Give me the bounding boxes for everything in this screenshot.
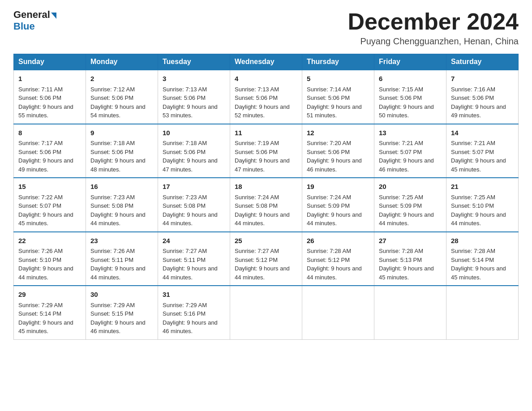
table-row: 16 Sunrise: 7:23 AMSunset: 5:08 PMDaylig… bbox=[86, 178, 158, 232]
table-row: 5 Sunrise: 7:14 AMSunset: 5:06 PMDayligh… bbox=[302, 70, 374, 124]
table-row: 22 Sunrise: 7:26 AMSunset: 5:10 PMDaylig… bbox=[14, 232, 86, 286]
table-row bbox=[302, 286, 374, 339]
day-number: 2 bbox=[90, 74, 153, 84]
day-number: 16 bbox=[90, 182, 153, 192]
table-row bbox=[230, 286, 302, 339]
title-block: December 2024 Puyang Chengguanzhen, Hena… bbox=[348, 9, 519, 47]
table-row: 26 Sunrise: 7:28 AMSunset: 5:12 PMDaylig… bbox=[302, 232, 374, 286]
day-info: Sunrise: 7:27 AMSunset: 5:12 PMDaylight:… bbox=[235, 248, 290, 281]
day-number: 14 bbox=[451, 128, 514, 138]
day-number: 20 bbox=[379, 182, 442, 192]
day-number: 29 bbox=[18, 290, 81, 300]
page-header: General Blue December 2024 Puyang Chengg… bbox=[13, 9, 519, 47]
table-row: 13 Sunrise: 7:21 AMSunset: 5:07 PMDaylig… bbox=[374, 124, 446, 178]
table-row: 3 Sunrise: 7:13 AMSunset: 5:06 PMDayligh… bbox=[158, 70, 230, 124]
month-title: December 2024 bbox=[348, 9, 519, 34]
day-number: 19 bbox=[307, 182, 369, 192]
table-row: 4 Sunrise: 7:13 AMSunset: 5:06 PMDayligh… bbox=[230, 70, 302, 124]
table-row: 23 Sunrise: 7:26 AMSunset: 5:11 PMDaylig… bbox=[86, 232, 158, 286]
day-info: Sunrise: 7:13 AMSunset: 5:06 PMDaylight:… bbox=[235, 86, 290, 119]
col-saturday: Saturday bbox=[446, 54, 519, 70]
calendar-table: Sunday Monday Tuesday Wednesday Thursday… bbox=[13, 54, 519, 340]
day-info: Sunrise: 7:11 AMSunset: 5:06 PMDaylight:… bbox=[18, 86, 73, 119]
header-row: Sunday Monday Tuesday Wednesday Thursday… bbox=[14, 54, 519, 70]
table-row: 9 Sunrise: 7:18 AMSunset: 5:06 PMDayligh… bbox=[86, 124, 158, 178]
week-row-3: 15 Sunrise: 7:22 AMSunset: 5:07 PMDaylig… bbox=[14, 178, 519, 232]
table-row: 29 Sunrise: 7:29 AMSunset: 5:14 PMDaylig… bbox=[14, 286, 86, 339]
day-info: Sunrise: 7:28 AMSunset: 5:13 PMDaylight:… bbox=[379, 248, 434, 281]
day-info: Sunrise: 7:21 AMSunset: 5:07 PMDaylight:… bbox=[379, 140, 434, 173]
day-info: Sunrise: 7:17 AMSunset: 5:06 PMDaylight:… bbox=[18, 140, 73, 173]
table-row: 24 Sunrise: 7:27 AMSunset: 5:11 PMDaylig… bbox=[158, 232, 230, 286]
day-number: 12 bbox=[307, 128, 369, 138]
table-row: 2 Sunrise: 7:12 AMSunset: 5:06 PMDayligh… bbox=[86, 70, 158, 124]
day-number: 4 bbox=[235, 74, 297, 84]
day-info: Sunrise: 7:19 AMSunset: 5:06 PMDaylight:… bbox=[235, 140, 290, 173]
day-info: Sunrise: 7:24 AMSunset: 5:08 PMDaylight:… bbox=[235, 194, 290, 227]
day-info: Sunrise: 7:20 AMSunset: 5:06 PMDaylight:… bbox=[307, 140, 362, 173]
day-number: 8 bbox=[18, 128, 81, 138]
table-row: 25 Sunrise: 7:27 AMSunset: 5:12 PMDaylig… bbox=[230, 232, 302, 286]
logo-general-text: General bbox=[13, 9, 50, 21]
week-row-1: 1 Sunrise: 7:11 AMSunset: 5:06 PMDayligh… bbox=[14, 70, 519, 124]
table-row bbox=[446, 286, 519, 339]
day-info: Sunrise: 7:29 AMSunset: 5:15 PMDaylight:… bbox=[90, 302, 146, 335]
logo: General Blue bbox=[13, 9, 56, 32]
day-info: Sunrise: 7:24 AMSunset: 5:09 PMDaylight:… bbox=[307, 194, 362, 227]
table-row: 19 Sunrise: 7:24 AMSunset: 5:09 PMDaylig… bbox=[302, 178, 374, 232]
day-info: Sunrise: 7:13 AMSunset: 5:06 PMDaylight:… bbox=[163, 86, 218, 119]
day-info: Sunrise: 7:28 AMSunset: 5:14 PMDaylight:… bbox=[451, 248, 506, 281]
table-row: 8 Sunrise: 7:17 AMSunset: 5:06 PMDayligh… bbox=[14, 124, 86, 178]
day-number: 9 bbox=[90, 128, 153, 138]
day-info: Sunrise: 7:29 AMSunset: 5:14 PMDaylight:… bbox=[18, 302, 73, 335]
table-row: 10 Sunrise: 7:18 AMSunset: 5:06 PMDaylig… bbox=[158, 124, 230, 178]
col-thursday: Thursday bbox=[302, 54, 374, 70]
table-row: 20 Sunrise: 7:25 AMSunset: 5:09 PMDaylig… bbox=[374, 178, 446, 232]
day-number: 31 bbox=[163, 290, 225, 300]
day-number: 23 bbox=[90, 236, 153, 246]
day-number: 5 bbox=[307, 74, 369, 84]
day-number: 7 bbox=[451, 74, 514, 84]
logo-blue-text: Blue bbox=[13, 21, 56, 32]
table-row: 15 Sunrise: 7:22 AMSunset: 5:07 PMDaylig… bbox=[14, 178, 86, 232]
day-number: 21 bbox=[451, 182, 514, 192]
table-row: 7 Sunrise: 7:16 AMSunset: 5:06 PMDayligh… bbox=[446, 70, 519, 124]
day-info: Sunrise: 7:26 AMSunset: 5:10 PMDaylight:… bbox=[18, 248, 73, 281]
day-info: Sunrise: 7:23 AMSunset: 5:08 PMDaylight:… bbox=[90, 194, 146, 227]
day-number: 11 bbox=[235, 128, 297, 138]
week-row-5: 29 Sunrise: 7:29 AMSunset: 5:14 PMDaylig… bbox=[14, 286, 519, 339]
day-number: 26 bbox=[307, 236, 369, 246]
table-row: 18 Sunrise: 7:24 AMSunset: 5:08 PMDaylig… bbox=[230, 178, 302, 232]
week-row-4: 22 Sunrise: 7:26 AMSunset: 5:10 PMDaylig… bbox=[14, 232, 519, 286]
day-info: Sunrise: 7:23 AMSunset: 5:08 PMDaylight:… bbox=[163, 194, 218, 227]
day-number: 13 bbox=[379, 128, 442, 138]
col-wednesday: Wednesday bbox=[230, 54, 302, 70]
col-tuesday: Tuesday bbox=[158, 54, 230, 70]
table-row: 31 Sunrise: 7:29 AMSunset: 5:16 PMDaylig… bbox=[158, 286, 230, 339]
day-number: 3 bbox=[163, 74, 225, 84]
day-info: Sunrise: 7:26 AMSunset: 5:11 PMDaylight:… bbox=[90, 248, 146, 281]
day-number: 22 bbox=[18, 236, 81, 246]
day-info: Sunrise: 7:25 AMSunset: 5:10 PMDaylight:… bbox=[451, 194, 506, 227]
day-number: 27 bbox=[379, 236, 442, 246]
logo-triangle-icon bbox=[51, 13, 56, 19]
table-row: 12 Sunrise: 7:20 AMSunset: 5:06 PMDaylig… bbox=[302, 124, 374, 178]
day-info: Sunrise: 7:18 AMSunset: 5:06 PMDaylight:… bbox=[163, 140, 218, 173]
day-info: Sunrise: 7:22 AMSunset: 5:07 PMDaylight:… bbox=[18, 194, 73, 227]
table-row: 11 Sunrise: 7:19 AMSunset: 5:06 PMDaylig… bbox=[230, 124, 302, 178]
table-row: 28 Sunrise: 7:28 AMSunset: 5:14 PMDaylig… bbox=[446, 232, 519, 286]
day-number: 6 bbox=[379, 74, 442, 84]
table-row: 17 Sunrise: 7:23 AMSunset: 5:08 PMDaylig… bbox=[158, 178, 230, 232]
day-info: Sunrise: 7:28 AMSunset: 5:12 PMDaylight:… bbox=[307, 248, 362, 281]
day-number: 10 bbox=[163, 128, 225, 138]
day-number: 17 bbox=[163, 182, 225, 192]
col-monday: Monday bbox=[86, 54, 158, 70]
day-info: Sunrise: 7:25 AMSunset: 5:09 PMDaylight:… bbox=[379, 194, 434, 227]
day-info: Sunrise: 7:12 AMSunset: 5:06 PMDaylight:… bbox=[90, 86, 146, 119]
day-number: 15 bbox=[18, 182, 81, 192]
table-row: 1 Sunrise: 7:11 AMSunset: 5:06 PMDayligh… bbox=[14, 70, 86, 124]
table-row: 30 Sunrise: 7:29 AMSunset: 5:15 PMDaylig… bbox=[86, 286, 158, 339]
table-row: 21 Sunrise: 7:25 AMSunset: 5:10 PMDaylig… bbox=[446, 178, 519, 232]
location-subtitle: Puyang Chengguanzhen, Henan, China bbox=[348, 36, 519, 47]
table-row bbox=[374, 286, 446, 339]
